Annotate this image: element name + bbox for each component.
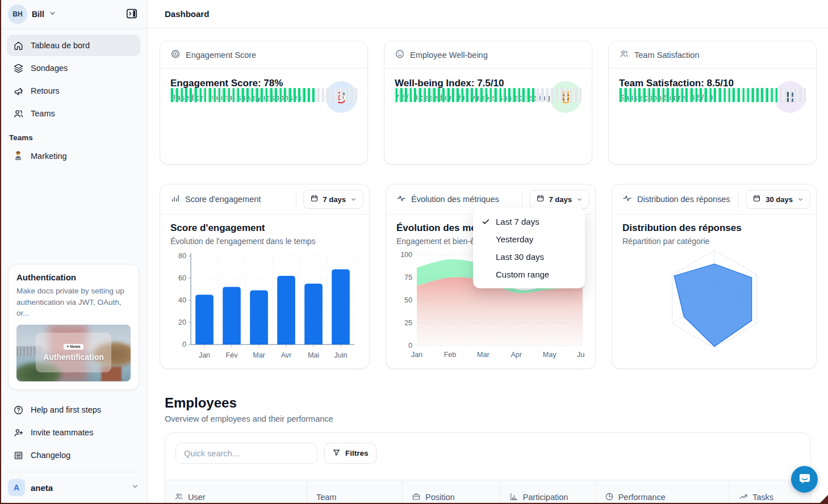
layers-icon <box>12 62 24 74</box>
quick-search-input[interactable] <box>175 443 317 464</box>
home-icon <box>12 40 24 51</box>
technologist-emoji-icon <box>12 150 24 163</box>
kpi-card-satisfaction: Team Satisfaction Team Satisfaction: 8.5… <box>608 41 817 165</box>
menu-item-last-30-days[interactable]: Last 30 days <box>473 248 585 266</box>
chart-card-header-label: Score d'engagement <box>185 195 261 204</box>
range-selector-button[interactable]: 30 days <box>746 190 810 209</box>
sidebar-nav: Tableau de bord Sondages Retours Teams <box>0 29 147 124</box>
sidebar-item-marketing[interactable]: Marketing <box>0 145 147 167</box>
bar-chart-icon <box>509 492 518 503</box>
sidebar-item-changelog[interactable]: Changelog <box>7 444 140 466</box>
menu-item-label: Last 30 days <box>496 252 544 262</box>
svg-text:25: 25 <box>404 319 412 327</box>
column-label: Participation <box>523 493 568 502</box>
calendar-icon <box>536 194 545 204</box>
check-icon <box>481 217 491 226</box>
sidebar-item-label: Sondages <box>31 64 68 73</box>
engagement-progress-bar <box>170 88 357 102</box>
chart-subtitle: Évolution de l'engagement dans le temps <box>170 237 359 246</box>
chat-bubble-icon <box>798 472 812 487</box>
promo-card-authentication[interactable]: Authentication Make docs private by sett… <box>8 264 139 390</box>
user-plus-icon <box>12 427 24 438</box>
kpi-card-wellbeing: Employee Well-being Well-being Index: 7.… <box>384 41 592 165</box>
column-header-participation[interactable]: Participation <box>500 480 596 504</box>
chevron-down-icon <box>350 196 357 203</box>
sidebar-collapse-button[interactable] <box>123 5 140 24</box>
column-label: User <box>188 493 206 502</box>
sidebar-item-help[interactable]: Help and first steps <box>7 399 140 421</box>
promo-image-golden-gate: + News Authentification <box>16 325 131 381</box>
sidebar-item-retours[interactable]: Retours <box>7 80 140 102</box>
sidebar-header: BH Bill <box>0 0 147 28</box>
menu-item-label: Custom range <box>496 270 549 279</box>
employees-subtitle: Overview of employees and their performa… <box>165 414 811 423</box>
kpi-card-header-label: Employee Well-being <box>410 51 488 60</box>
kpi-card-engagement: Engagement Score Engagement Score: 78% B… <box>160 41 368 165</box>
range-label: 7 days <box>549 195 572 204</box>
svg-text:75: 75 <box>404 274 412 282</box>
workspace-switcher[interactable]: BH Bill <box>8 5 56 24</box>
chevron-down-icon <box>576 196 583 203</box>
sidebar-item-sondages[interactable]: Sondages <box>7 57 140 79</box>
range-selector-button[interactable]: 7 days <box>529 190 589 209</box>
svg-text:20: 20 <box>178 318 186 326</box>
users-icon <box>619 49 629 61</box>
menu-item-yesterday[interactable]: Yesterday <box>473 230 585 248</box>
screen-edge-artifact-corner <box>819 495 828 504</box>
users-icon <box>174 492 183 503</box>
app-window: BH Bill Tableau de bord <box>0 0 828 504</box>
kpi-card-header-label: Team Satisfaction <box>634 51 699 60</box>
chevron-down-icon <box>49 9 56 19</box>
chart-card-header-label: Distribution des réponses <box>637 195 730 204</box>
sidebar-section-teams-label: Teams <box>0 124 147 145</box>
engagement-bar-chart: 020406080JanFévMarAvrMaiJuin <box>170 249 359 365</box>
sidebar-item-label: Retours <box>31 86 60 95</box>
svg-text:0: 0 <box>182 341 186 348</box>
activity-icon <box>622 194 632 205</box>
sidebar-item-label: Teams <box>31 109 55 118</box>
range-label: 30 days <box>766 195 793 204</box>
svg-text:Avr: Avr <box>281 351 292 359</box>
sidebar-item-teams[interactable]: Teams <box>7 103 140 124</box>
filter-funnel-icon <box>332 448 341 459</box>
column-header-team[interactable]: Team <box>307 480 403 504</box>
svg-text:Jan: Jan <box>411 351 423 359</box>
sidebar-footer: Help and first steps Invite teammates Ch… <box>0 396 147 472</box>
account-name: aneta <box>31 483 126 493</box>
chart-card-engagement-score: Score d'engagement 7 days <box>160 184 370 369</box>
svg-text:Mar: Mar <box>253 351 265 359</box>
range-dropdown-menu: Last 7 days Yesterday Last 30 days Custo… <box>473 208 585 288</box>
pie-chart-icon <box>605 492 614 503</box>
newspaper-icon <box>12 450 24 461</box>
smile-icon <box>395 49 405 61</box>
svg-text:40: 40 <box>178 296 186 304</box>
menu-item-custom-range[interactable]: Custom range <box>473 266 585 283</box>
page-title: Dashboard <box>165 9 209 19</box>
sidebar-item-tableau-de-bord[interactable]: Tableau de bord <box>7 35 140 56</box>
users-icon <box>12 108 24 119</box>
chat-launcher-button[interactable] <box>791 466 818 493</box>
svg-text:Mai: Mai <box>308 351 319 359</box>
column-header-performance[interactable]: Performance <box>596 480 730 504</box>
promo-image-overlay-card: + News Authentification <box>36 333 111 372</box>
sidebar-item-invite[interactable]: Invite teammates <box>7 422 140 443</box>
svg-text:0: 0 <box>408 342 412 350</box>
range-selector-button[interactable]: 7 days <box>303 190 363 209</box>
account-menu[interactable]: A aneta <box>0 472 147 504</box>
chevron-down-icon <box>797 196 804 203</box>
employees-section: Employees Overview of employees and thei… <box>165 395 811 504</box>
svg-text:80: 80 <box>178 252 186 260</box>
sidebar-item-label: Invite teammates <box>31 428 93 437</box>
employees-table-card: Filtres User Team <box>165 432 811 504</box>
panel-collapse-icon <box>126 7 138 22</box>
column-header-user[interactable]: User <box>165 480 307 504</box>
filters-button[interactable]: Filtres <box>324 443 377 464</box>
sidebar-item-label: Changelog <box>31 451 70 460</box>
sidebar-item-label: Tableau de bord <box>31 41 90 50</box>
column-header-position[interactable]: Position <box>403 480 500 504</box>
responses-radar-chart <box>654 245 775 358</box>
chart-card-header-label: Évolution des métriques <box>411 195 499 204</box>
employees-table-header: User Team Position <box>165 480 810 504</box>
range-label: 7 days <box>323 195 346 204</box>
menu-item-last-7-days[interactable]: Last 7 days <box>473 213 585 230</box>
